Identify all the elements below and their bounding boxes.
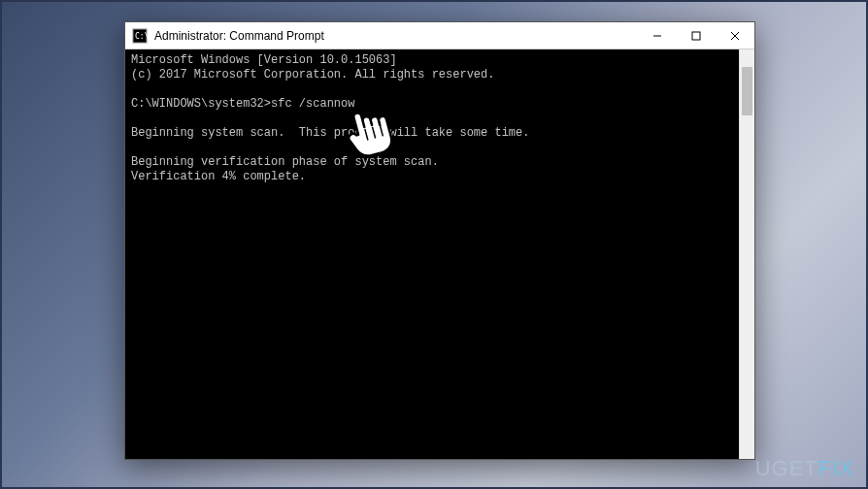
watermark-text: T bbox=[804, 456, 818, 480]
output-line: Beginning verification phase of system s… bbox=[131, 155, 439, 169]
window-title: Administrator: Command Prompt bbox=[149, 29, 638, 43]
output-line: (c) 2017 Microsoft Corporation. All righ… bbox=[131, 68, 494, 82]
vertical-scrollbar[interactable] bbox=[739, 49, 754, 459]
cmd-icon: C:\ bbox=[131, 27, 149, 45]
watermark-text: UG bbox=[755, 456, 789, 480]
maximize-button[interactable] bbox=[677, 22, 716, 49]
command-input: sfc /scannow bbox=[271, 97, 354, 111]
output-line: Microsoft Windows [Version 10.0.15063] bbox=[131, 53, 397, 67]
titlebar[interactable]: C:\ Administrator: Command Prompt bbox=[125, 22, 754, 49]
svg-rect-3 bbox=[692, 32, 700, 40]
minimize-button[interactable] bbox=[638, 22, 677, 49]
terminal-output[interactable]: Microsoft Windows [Version 10.0.15063] (… bbox=[125, 49, 739, 459]
svg-text:C:\: C:\ bbox=[135, 32, 148, 41]
command-prompt-window: C:\ Administrator: Command Prompt Micros… bbox=[124, 21, 755, 460]
output-line: Beginning system scan. This process will… bbox=[131, 126, 529, 140]
terminal-container: Microsoft Windows [Version 10.0.15063] (… bbox=[125, 49, 754, 459]
watermark-text: E bbox=[789, 456, 805, 480]
scrollbar-thumb[interactable] bbox=[742, 67, 752, 115]
watermark-logo: UGETFIX bbox=[755, 456, 854, 481]
watermark-text: FIX bbox=[818, 456, 854, 480]
close-button[interactable] bbox=[716, 22, 754, 49]
prompt: C:\WINDOWS\system32> bbox=[131, 97, 271, 111]
output-line: Verification 4% complete. bbox=[131, 170, 306, 183]
window-controls bbox=[638, 22, 754, 49]
